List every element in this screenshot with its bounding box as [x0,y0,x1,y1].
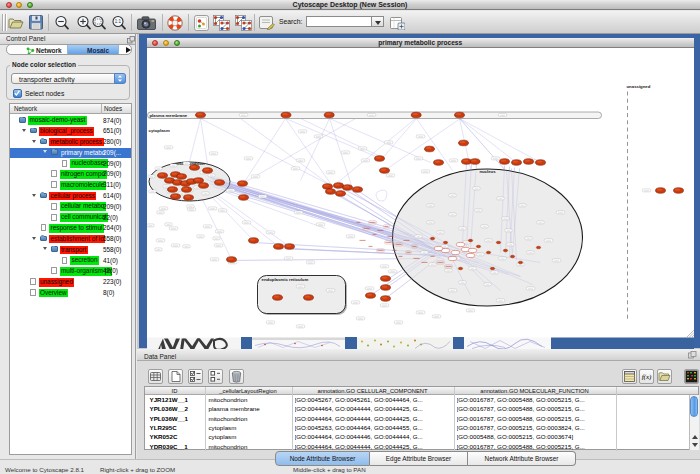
svg-text:unassigned: unassigned [626,83,650,88]
svg-text:f(x): f(x) [641,373,651,381]
svg-text:cytoplasm: cytoplasm [148,128,169,133]
svg-text:plasma membrane: plasma membrane [149,113,187,118]
svg-text:1:1: 1:1 [115,19,122,24]
svg-text:nucleus: nucleus [479,169,496,174]
svg-text:endoplasmic reticulum: endoplasmic reticulum [261,277,308,282]
